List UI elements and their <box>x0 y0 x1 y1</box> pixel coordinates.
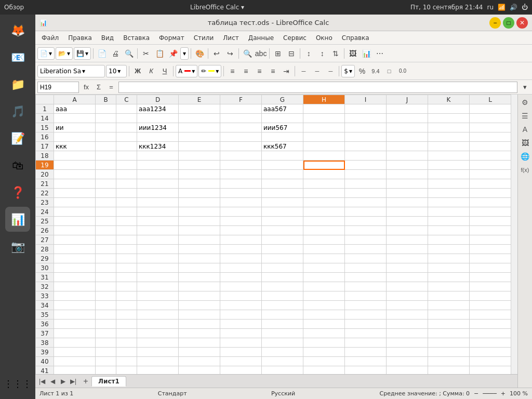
cell-D29[interactable] <box>137 254 179 263</box>
cell-I27[interactable] <box>345 235 387 245</box>
insert-table-button[interactable]: ⊞ <box>272 47 284 60</box>
cell-C31[interactable] <box>116 273 137 282</box>
cell-H18[interactable] <box>303 151 345 161</box>
cell-B16[interactable] <box>96 132 116 142</box>
cell-C19[interactable] <box>116 161 137 170</box>
cell-C32[interactable] <box>116 282 137 291</box>
cell-B26[interactable] <box>96 226 116 235</box>
align-right-button[interactable]: ≡ <box>253 65 265 77</box>
cell-D17[interactable]: ккк1234 <box>137 142 179 151</box>
menu-styles[interactable]: Стили <box>190 33 218 43</box>
cell-B41[interactable] <box>96 366 116 375</box>
cell-H29[interactable] <box>303 254 345 263</box>
bold-button[interactable]: Ж <box>131 65 144 77</box>
cell-J41[interactable] <box>387 366 428 375</box>
cell-F14[interactable] <box>220 114 262 123</box>
cell-F29[interactable] <box>220 254 262 263</box>
row-header-1[interactable]: 1 <box>36 104 54 114</box>
cell-G33[interactable] <box>262 291 303 301</box>
cell-H33[interactable] <box>303 291 345 301</box>
cell-K34[interactable] <box>428 301 470 310</box>
cell-D40[interactable] <box>137 357 179 366</box>
row-header-15[interactable]: 15 <box>36 123 54 132</box>
export-pdf-button[interactable]: 📄 <box>96 47 108 60</box>
col-header-f[interactable]: F <box>220 95 262 104</box>
cell-J14[interactable] <box>387 114 428 123</box>
cell-C22[interactable] <box>116 189 137 198</box>
cell-H19[interactable] <box>303 161 345 170</box>
formula-eq-button[interactable]: = <box>106 82 116 92</box>
cell-H21[interactable] <box>303 179 345 189</box>
cell-D30[interactable] <box>137 263 179 273</box>
formula-expand-button[interactable]: ▾ <box>520 82 530 92</box>
spell-button[interactable]: abc <box>255 47 267 60</box>
cell-J23[interactable] <box>387 198 428 207</box>
cell-E18[interactable] <box>179 151 220 161</box>
cell-K39[interactable] <box>428 348 470 357</box>
cell-J18[interactable] <box>387 151 428 161</box>
cell-E19[interactable] <box>179 161 220 170</box>
cell-B27[interactable] <box>96 235 116 245</box>
cell-E40[interactable] <box>179 357 220 366</box>
cell-J15[interactable] <box>387 123 428 132</box>
cell-L41[interactable] <box>470 366 511 375</box>
cell-I18[interactable] <box>345 151 387 161</box>
sort-asc-button[interactable]: ↕ <box>302 47 315 60</box>
cell-F15[interactable] <box>220 123 262 132</box>
cell-L25[interactable] <box>470 217 511 226</box>
cell-I31[interactable] <box>345 273 387 282</box>
cell-C39[interactable] <box>116 348 137 357</box>
cell-C30[interactable] <box>116 263 137 273</box>
cell-E15[interactable] <box>179 123 220 132</box>
menu-edit[interactable]: Правка <box>64 33 96 43</box>
cell-B37[interactable] <box>96 329 116 338</box>
cell-I29[interactable] <box>345 254 387 263</box>
cell-C33[interactable] <box>116 291 137 301</box>
cell-I17[interactable] <box>345 142 387 151</box>
cell-H24[interactable] <box>303 207 345 217</box>
cell-F23[interactable] <box>220 198 262 207</box>
cell-B36[interactable] <box>96 320 116 329</box>
right-sidebar-navigator[interactable]: 🌐 <box>520 151 531 162</box>
cut-button[interactable]: ✂ <box>140 47 152 60</box>
cell-E35[interactable] <box>179 310 220 320</box>
cell-J39[interactable] <box>387 348 428 357</box>
cell-D36[interactable] <box>137 320 179 329</box>
row-header-23[interactable]: 23 <box>36 198 54 207</box>
underline-button[interactable]: Ч <box>158 65 171 77</box>
cell-A1[interactable]: ааа <box>54 104 96 114</box>
cell-C27[interactable] <box>116 235 137 245</box>
cell-K21[interactable] <box>428 179 470 189</box>
cell-C40[interactable] <box>116 357 137 366</box>
row-header-40[interactable]: 40 <box>36 357 54 366</box>
taskbar-app-title[interactable]: LibreOffice Calc ▾ <box>190 4 244 11</box>
cell-E1[interactable] <box>179 104 220 114</box>
menu-window[interactable]: Окно <box>312 33 337 43</box>
cell-F40[interactable] <box>220 357 262 366</box>
cell-G41[interactable] <box>262 366 303 375</box>
paste-button[interactable]: 📌 <box>167 47 179 60</box>
cell-E26[interactable] <box>179 226 220 235</box>
cell-L40[interactable] <box>470 357 511 366</box>
formula-fx-button[interactable]: fx <box>81 82 91 92</box>
cell-A27[interactable] <box>54 235 96 245</box>
cell-H14[interactable] <box>303 114 345 123</box>
cell-H32[interactable] <box>303 282 345 291</box>
cell-L14[interactable] <box>470 114 511 123</box>
cell-F24[interactable] <box>220 207 262 217</box>
cell-A22[interactable] <box>54 189 96 198</box>
cell-C29[interactable] <box>116 254 137 263</box>
cell-K30[interactable] <box>428 263 470 273</box>
sidebar-icon-text-editor[interactable]: 📝 <box>5 126 30 151</box>
cell-F19[interactable] <box>220 161 262 170</box>
cell-L29[interactable] <box>470 254 511 263</box>
cell-I24[interactable] <box>345 207 387 217</box>
cell-I14[interactable] <box>345 114 387 123</box>
cell-A15[interactable]: ии <box>54 123 96 132</box>
cell-G22[interactable] <box>262 189 303 198</box>
cell-K20[interactable] <box>428 170 470 179</box>
cell-K22[interactable] <box>428 189 470 198</box>
cell-D19[interactable] <box>137 161 179 170</box>
status-zoom-in[interactable]: + <box>501 390 506 397</box>
cell-B33[interactable] <box>96 291 116 301</box>
